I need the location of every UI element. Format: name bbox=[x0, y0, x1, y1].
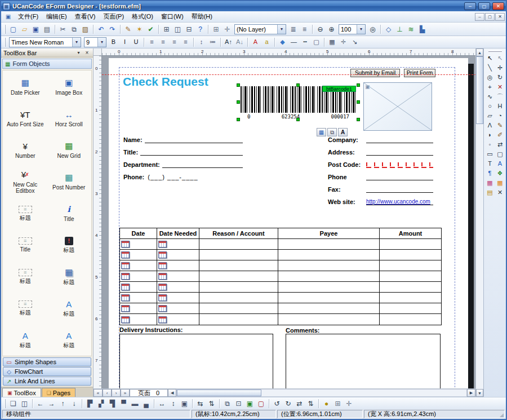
curve-icon[interactable]: ∿ bbox=[485, 92, 495, 101]
toolbox-item-2[interactable]: ▣Image Box bbox=[47, 71, 91, 103]
font-size-select[interactable]: 9 bbox=[84, 37, 106, 47]
pencil-icon[interactable]: ✎ bbox=[495, 121, 505, 130]
align-tops-icon[interactable]: ▀ bbox=[118, 399, 129, 409]
toolbox-item-18[interactable]: A标题 bbox=[47, 324, 91, 355]
arc-icon[interactable]: ⌒ bbox=[495, 92, 505, 101]
table-cell[interactable] bbox=[157, 314, 199, 325]
toolbar-grip[interactable] bbox=[4, 38, 6, 47]
selection-handle[interactable] bbox=[237, 100, 240, 104]
table-cell[interactable] bbox=[380, 239, 441, 250]
minimize-button[interactable] bbox=[464, 2, 476, 10]
palette-grip[interactable] bbox=[488, 50, 502, 52]
table-cell[interactable] bbox=[157, 260, 199, 271]
same-height-icon[interactable]: ↕ bbox=[168, 399, 179, 409]
node-edit-icon[interactable]: ✛ bbox=[495, 63, 505, 73]
date-picker-icon[interactable] bbox=[121, 284, 130, 290]
chevron-down-icon[interactable] bbox=[97, 38, 106, 47]
fill-color-icon[interactable]: ◆ bbox=[277, 37, 288, 47]
date-picker-icon[interactable] bbox=[121, 294, 130, 301]
horizontal-scroll-track[interactable] bbox=[176, 389, 467, 397]
date-picker-icon[interactable] bbox=[121, 305, 130, 312]
table-cell[interactable] bbox=[157, 303, 199, 314]
align-bottoms-icon[interactable]: ▄ bbox=[141, 399, 152, 409]
mdi-minimize-button[interactable] bbox=[475, 13, 484, 21]
brush-icon[interactable]: ✐ bbox=[495, 130, 505, 140]
table-cell[interactable] bbox=[157, 282, 199, 293]
document-icon[interactable] bbox=[4, 14, 12, 20]
table-cell[interactable] bbox=[120, 239, 157, 250]
table-cell[interactable] bbox=[380, 250, 441, 260]
date-picker-icon[interactable] bbox=[158, 316, 167, 323]
form-field-name[interactable]: Name: bbox=[123, 135, 243, 143]
align-middles-icon[interactable]: ▬ bbox=[130, 399, 140, 409]
table-cell[interactable] bbox=[199, 282, 278, 293]
scroll-right-button[interactable] bbox=[467, 389, 475, 397]
next-page-button[interactable] bbox=[112, 389, 121, 397]
rounded-rect-icon[interactable]: ▢ bbox=[495, 149, 505, 159]
table-cell[interactable] bbox=[199, 260, 278, 271]
bring-front-icon[interactable]: ⧉ bbox=[222, 399, 233, 409]
line-icon[interactable]: ╲ bbox=[485, 63, 495, 73]
selection-handle[interactable] bbox=[357, 83, 360, 87]
layer-down-icon[interactable]: ≡ bbox=[299, 24, 310, 34]
table-cell[interactable] bbox=[278, 239, 380, 250]
toolbar-grip[interactable] bbox=[4, 399, 6, 408]
connector-icon[interactable]: ⇄ bbox=[495, 140, 505, 149]
mdi-restore-button[interactable] bbox=[485, 13, 495, 21]
barcode-name-tag[interactable]: btBarcode1 bbox=[322, 86, 356, 92]
delete-icon[interactable]: ✕ bbox=[495, 82, 505, 92]
flip-v-icon[interactable]: ⇅ bbox=[305, 399, 316, 409]
group-icon[interactable]: ▣ bbox=[244, 399, 255, 409]
comments-box[interactable] bbox=[286, 334, 441, 388]
copy-icon[interactable]: ⧉ bbox=[69, 24, 79, 34]
nudge-up-icon[interactable]: ↑ bbox=[57, 399, 68, 409]
print-icon[interactable]: ▤ bbox=[42, 24, 52, 34]
help-icon[interactable]: ? bbox=[195, 24, 206, 34]
table-mini-icon[interactable]: ▤ bbox=[485, 188, 495, 197]
redo-icon[interactable]: ↷ bbox=[107, 24, 118, 34]
menu-item-3[interactable]: 查看(V) bbox=[71, 11, 100, 22]
grid-orange-icon[interactable]: ▦ bbox=[495, 178, 505, 188]
layout-cols-icon[interactable]: ◫ bbox=[172, 24, 183, 34]
table-cell[interactable] bbox=[120, 314, 157, 325]
pie-icon[interactable]: ◔ bbox=[495, 111, 505, 121]
ellipse-icon[interactable]: ○ bbox=[485, 101, 495, 111]
date-picker-icon[interactable] bbox=[121, 251, 130, 258]
menu-item-4[interactable]: 页面(P) bbox=[99, 11, 128, 22]
horizontal-scroll-thumb[interactable] bbox=[177, 390, 261, 396]
justify-icon[interactable]: ≡ bbox=[180, 37, 191, 47]
zoom-icon[interactable]: ◎ bbox=[485, 73, 495, 82]
font-color-icon[interactable]: A bbox=[250, 37, 261, 47]
close-button[interactable] bbox=[492, 2, 504, 10]
date-picker-icon[interactable] bbox=[158, 251, 167, 258]
cut-icon[interactable]: ✂ bbox=[57, 24, 68, 34]
line-style-icon[interactable]: — bbox=[288, 37, 299, 47]
table-cell[interactable] bbox=[199, 239, 278, 250]
align-center-icon[interactable]: ≡ bbox=[158, 37, 168, 47]
chevron-down-icon[interactable] bbox=[72, 38, 81, 47]
form-field-title[interactable]: Title: bbox=[123, 148, 243, 156]
close-x-icon[interactable]: ✕ bbox=[495, 188, 505, 197]
resize-grip[interactable] bbox=[500, 412, 504, 418]
chevron-down-icon[interactable] bbox=[75, 50, 82, 56]
website-link[interactable]: http://www.ucancode.com bbox=[366, 198, 430, 205]
paste-icon[interactable]: ▨ bbox=[80, 24, 91, 34]
toolbox-item-12[interactable]: !标题 bbox=[47, 229, 91, 260]
toolbox-item-8[interactable]: ▦Post Number bbox=[47, 166, 91, 197]
form-field-postcode[interactable]: Post Code: bbox=[328, 160, 433, 168]
zoom-input[interactable]: 100 bbox=[339, 24, 366, 34]
toolbox-item-9[interactable]: 标题 bbox=[3, 197, 47, 229]
table-cell[interactable] bbox=[120, 282, 157, 293]
flowchart-icon[interactable]: ◇ bbox=[383, 24, 394, 34]
italic-icon[interactable]: I bbox=[119, 37, 130, 47]
flip-h-icon[interactable]: ⇄ bbox=[294, 399, 305, 409]
same-width-icon[interactable]: ↔ bbox=[157, 399, 167, 409]
toolbox-item-16[interactable]: A标题 bbox=[47, 292, 91, 324]
new-icon[interactable]: ▢ bbox=[8, 24, 19, 34]
zoom-in-icon[interactable]: ⊕ bbox=[326, 24, 337, 34]
form-field-phone[interactable]: Phone:(___) ___-____ bbox=[123, 173, 243, 180]
form-title[interactable]: Check Request bbox=[123, 75, 208, 89]
chevron-down-icon[interactable] bbox=[277, 25, 286, 34]
toolbox-item-15[interactable]: 标题 bbox=[3, 292, 47, 324]
polyline-icon[interactable]: Λ bbox=[485, 121, 495, 130]
